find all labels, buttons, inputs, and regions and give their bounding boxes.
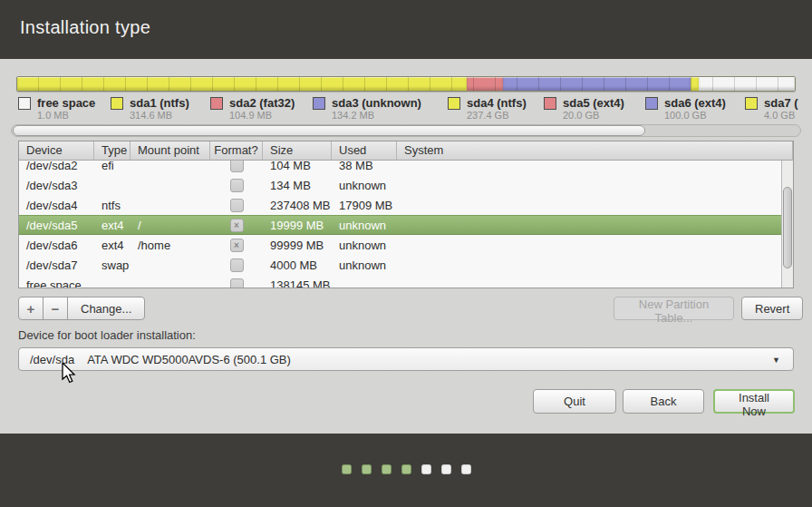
install-now-button[interactable]: Install Now bbox=[713, 389, 795, 414]
table-row[interactable]: free space138145 MB bbox=[19, 275, 793, 288]
table-row[interactable]: /dev/sda6ext4/home×99999 MBunknown bbox=[19, 235, 793, 255]
legend-label: sda3 (unknown) bbox=[332, 96, 421, 110]
nav-buttons: Quit Back Install Now bbox=[0, 389, 812, 414]
installer-window: Installation type free space1.0 MBsda1 (… bbox=[0, 0, 812, 507]
table-row[interactable]: /dev/sda2efi104 MB38 MB bbox=[19, 161, 793, 175]
table-row[interactable]: /dev/sda5ext4/×19999 MBunknown bbox=[19, 215, 793, 235]
format-checkbox-checked[interactable]: × bbox=[230, 219, 244, 232]
vertical-scrollbar[interactable] bbox=[781, 161, 793, 288]
column-header-format-[interactable]: Format? bbox=[210, 141, 263, 161]
table-row[interactable]: /dev/sda7swap4000 MBunknown bbox=[19, 255, 793, 275]
format-checkbox[interactable] bbox=[230, 199, 244, 212]
legend-label: sda7 ( bbox=[764, 96, 798, 110]
format-cell: × bbox=[210, 239, 263, 252]
legend-item: sda1 (ntfs)314.6 MB bbox=[111, 96, 189, 121]
format-checkbox[interactable] bbox=[230, 258, 244, 272]
device-cell: /dev/sda7 bbox=[19, 258, 94, 272]
used-cell: 38 MB bbox=[332, 161, 397, 172]
change-partition-button[interactable]: Change... bbox=[67, 297, 145, 320]
bar-segment-sda6-ext4 bbox=[503, 77, 691, 91]
table-row[interactable]: /dev/sda3134 MBunknown bbox=[19, 175, 793, 195]
remove-partition-button[interactable]: − bbox=[43, 297, 68, 320]
column-header-type[interactable]: Type bbox=[94, 141, 130, 161]
table-body: /dev/sda2efi104 MB38 MB/dev/sda3134 MBun… bbox=[19, 161, 793, 288]
format-checkbox[interactable] bbox=[230, 278, 244, 289]
type-cell: efi bbox=[94, 161, 130, 172]
legend-item: sda7 (4.0 GB bbox=[745, 96, 798, 121]
partition-edit-group: + − Change... bbox=[18, 297, 145, 320]
legend-label: sda5 (ext4) bbox=[563, 96, 624, 110]
legend-size: 100.0 GB bbox=[664, 110, 726, 121]
legend-item: sda2 (fat32)104.9 MB bbox=[210, 96, 295, 121]
bar-segment-sda4-ntfs bbox=[17, 77, 467, 91]
format-cell bbox=[210, 278, 263, 289]
device-cell: /dev/sda4 bbox=[19, 199, 94, 212]
bootloader-label: Device for boot loader installation: bbox=[18, 328, 196, 342]
size-cell: 237408 MB bbox=[263, 199, 332, 212]
legend-size: 314.6 MB bbox=[130, 110, 189, 121]
progress-dot-5 bbox=[421, 464, 431, 474]
mount-point-cell: /home bbox=[130, 239, 210, 252]
bar-segment-free-space bbox=[699, 77, 795, 91]
legend-swatch bbox=[210, 97, 223, 110]
format-cell bbox=[210, 161, 263, 172]
revert-button[interactable]: Revert bbox=[741, 297, 803, 320]
progress-dot-1 bbox=[342, 464, 352, 474]
legend-swatch bbox=[645, 97, 658, 110]
bootloader-device-select[interactable]: /dev/sda ATA WDC WD5000AVDS-6 (500.1 GB)… bbox=[18, 347, 794, 371]
column-header-used[interactable]: Used bbox=[332, 141, 397, 161]
used-cell: unknown bbox=[332, 219, 397, 232]
progress-dot-3 bbox=[382, 464, 392, 474]
format-cell bbox=[210, 258, 263, 272]
legend-size: 1.0 MB bbox=[37, 110, 95, 121]
table-header-row: DeviceTypeMount pointFormat?SizeUsedSyst… bbox=[19, 141, 793, 161]
column-header-size[interactable]: Size bbox=[263, 141, 332, 161]
size-cell: 138145 MB bbox=[263, 278, 332, 289]
size-cell: 4000 MB bbox=[263, 258, 332, 272]
legend-item: sda6 (ext4)100.0 GB bbox=[645, 96, 726, 121]
bar-segment-sda5-ext4 bbox=[467, 77, 503, 91]
legend-swatch bbox=[448, 97, 460, 110]
column-header-mount-point[interactable]: Mount point bbox=[130, 141, 210, 161]
size-cell: 134 MB bbox=[263, 179, 332, 192]
type-cell: ext4 bbox=[94, 219, 130, 232]
page-title: Installation type bbox=[20, 17, 150, 38]
progress-dot-2 bbox=[362, 464, 372, 474]
column-header-system[interactable]: System bbox=[397, 141, 793, 161]
partition-actions-row: + − Change... New Partition Table... Rev… bbox=[0, 297, 812, 320]
device-cell: /dev/sda3 bbox=[19, 179, 94, 192]
format-checkbox[interactable] bbox=[230, 161, 244, 172]
legend-label: sda1 (ntfs) bbox=[130, 96, 189, 110]
format-checkbox-checked[interactable]: × bbox=[230, 239, 244, 252]
progress-dot-6 bbox=[441, 464, 451, 474]
legend-size: 20.0 GB bbox=[563, 110, 624, 121]
legend-item: sda4 (ntfs)237.4 GB bbox=[448, 96, 527, 121]
partition-legend: free space1.0 MBsda1 (ntfs)314.6 MBsda2 … bbox=[0, 96, 812, 123]
device-cell: /dev/sda5 bbox=[19, 219, 94, 232]
vertical-scrollbar-thumb[interactable] bbox=[783, 187, 792, 268]
format-cell bbox=[210, 199, 263, 212]
format-cell bbox=[210, 179, 263, 192]
quit-button[interactable]: Quit bbox=[533, 389, 616, 414]
size-cell: 104 MB bbox=[263, 161, 332, 172]
table-row[interactable]: /dev/sda4ntfs237408 MB17909 MB bbox=[19, 195, 793, 215]
column-header-device[interactable]: Device bbox=[19, 141, 94, 161]
progress-dot-4 bbox=[401, 464, 411, 474]
format-cell: × bbox=[210, 219, 263, 232]
page-header: Installation type bbox=[0, 0, 812, 59]
add-partition-button[interactable]: + bbox=[18, 297, 44, 320]
used-cell: unknown bbox=[332, 258, 397, 272]
size-cell: 19999 MB bbox=[263, 219, 332, 232]
legend-item: sda3 (unknown)134.2 MB bbox=[313, 96, 421, 121]
horizontal-scrollbar-thumb[interactable] bbox=[13, 125, 645, 136]
legend-item: sda5 (ext4)20.0 GB bbox=[544, 96, 624, 121]
new-partition-table-button[interactable]: New Partition Table... bbox=[614, 297, 734, 320]
horizontal-scrollbar[interactable] bbox=[11, 124, 801, 137]
device-cell: /dev/sda6 bbox=[19, 239, 94, 252]
legend-swatch bbox=[745, 97, 758, 110]
type-cell: ntfs bbox=[94, 199, 130, 212]
back-button[interactable]: Back bbox=[623, 389, 704, 414]
format-checkbox[interactable] bbox=[230, 179, 244, 192]
legend-size: 4.0 GB bbox=[764, 110, 798, 121]
progress-dots bbox=[0, 464, 812, 474]
